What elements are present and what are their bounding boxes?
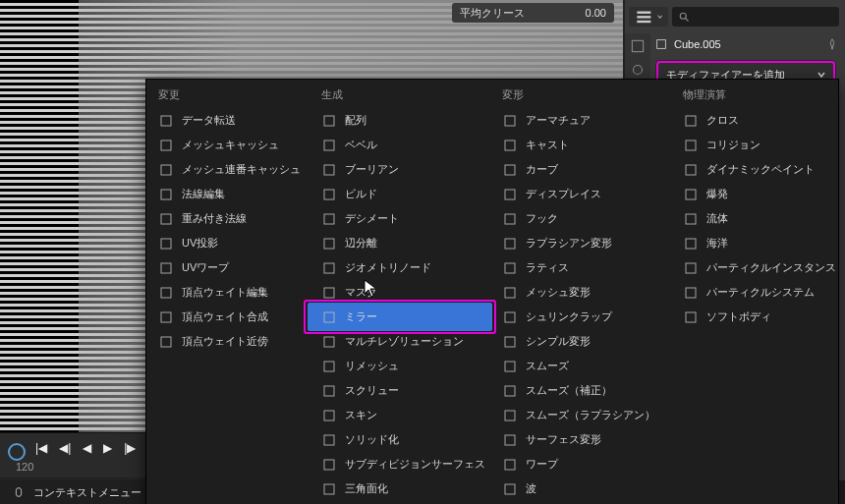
keyframe-next-button[interactable]: |▶ [124, 441, 136, 455]
menu-item[interactable]: 流体 [671, 206, 838, 231]
menu-item-label: 流体 [706, 211, 728, 226]
menu-item[interactable]: メッシュキャッシュ [146, 133, 310, 157]
menu-item[interactable]: UV投影 [146, 231, 310, 255]
modifier-icon [502, 162, 518, 178]
svg-rect-61 [686, 165, 696, 175]
menu-item[interactable]: ソリッド化 [310, 427, 490, 452]
menu-item[interactable]: 三角面化 [310, 476, 490, 501]
jump-start-button[interactable]: |◀ [35, 441, 47, 455]
menu-item[interactable]: ブーリアン [310, 157, 490, 182]
menu-item-label: ラティス [526, 260, 569, 275]
menu-item[interactable]: デシメート [310, 206, 490, 231]
menu-item-label: 辺分離 [345, 236, 377, 251]
menu-item-label: クロス [706, 113, 739, 128]
play-reverse-button[interactable]: ◀ [83, 441, 91, 455]
svg-rect-28 [324, 214, 334, 224]
pin-icon[interactable] [825, 37, 839, 51]
modifier-icon [502, 408, 518, 423]
modifier-icon [321, 481, 337, 497]
menu-item[interactable]: データ転送 [146, 108, 310, 133]
menu-item-label: ベベル [345, 138, 377, 152]
menu-item[interactable]: スクリュー [310, 378, 490, 403]
menu-item[interactable]: 法線編集 [146, 182, 310, 206]
menu-item-label: ジオメトリノード [345, 260, 431, 275]
search-input[interactable] [672, 7, 839, 27]
menu-item[interactable]: ビルド [310, 182, 490, 206]
menu-item-label: 爆発 [706, 187, 728, 201]
record-icon[interactable] [8, 443, 26, 461]
object-name: Cube.005 [674, 38, 721, 50]
keyframe-prev-button[interactable]: ◀| [59, 441, 71, 455]
menu-item-label: アーマチュア [526, 113, 591, 128]
svg-rect-43 [505, 116, 515, 126]
menu-item[interactable]: フック [490, 206, 671, 231]
menu-item[interactable]: ワープ [490, 452, 671, 476]
svg-rect-26 [324, 165, 334, 175]
menu-item[interactable]: ラティス [490, 255, 671, 280]
mean-crease-field[interactable]: 平均クリース 0.00 [452, 3, 614, 23]
panel-options-dropdown[interactable] [629, 7, 668, 27]
menu-item[interactable]: 頂点ウェイト合成 [146, 305, 310, 329]
menu-item-label: 頂点ウェイト近傍 [182, 334, 268, 349]
modifier-icon [683, 236, 699, 252]
menu-item[interactable]: 辺分離 [310, 231, 490, 255]
menu-item[interactable]: スムーズ（ラプラシアン） [490, 403, 671, 427]
menu-item[interactable]: サーフェス変形 [490, 427, 671, 452]
menu-item[interactable]: メッシュ連番キャッシュ [146, 157, 310, 182]
menu-item-label: ソフトボディ [706, 309, 771, 324]
menu-item[interactable]: マスク [310, 280, 490, 305]
menu-item[interactable]: キャスト [490, 133, 671, 157]
menu-item[interactable]: スムーズ（補正） [490, 378, 671, 403]
menu-col-generate: 生成 配列ベベルブーリアンビルドデシメート辺分離ジオメトリノードマスクミラーマル… [310, 80, 490, 504]
play-button[interactable]: ▶ [103, 441, 112, 455]
menu-item[interactable]: サブディビジョンサーフェス [310, 452, 490, 476]
menu-item-label: サブディビジョンサーフェス [345, 457, 485, 472]
modifier-icon [158, 236, 174, 252]
menu-item[interactable]: スムーズ [490, 354, 671, 378]
menu-item[interactable]: UVワープ [146, 255, 310, 280]
menu-item[interactable]: アーマチュア [490, 108, 671, 133]
menu-item-label: 海洋 [706, 236, 728, 251]
menu-item[interactable]: メッシュ変形 [490, 280, 671, 305]
menu-item[interactable]: ラプラシアン変形 [490, 231, 671, 255]
menu-item[interactable]: ジオメトリノード [310, 255, 490, 280]
menu-item[interactable]: リメッシュ [310, 354, 490, 378]
menu-item[interactable]: ソフトボディ [671, 305, 838, 329]
menu-item[interactable]: 配列 [310, 108, 490, 133]
menu-item[interactable]: ミラー [310, 305, 490, 329]
menu-item[interactable]: 頂点ウェイト編集 [146, 280, 310, 305]
menu-item[interactable]: ダイナミックペイント [671, 157, 838, 182]
chevron-down-icon [657, 13, 662, 21]
transport-controls: |◀ ◀| ◀ ▶ |▶ ▶| [35, 441, 160, 455]
svg-rect-34 [324, 362, 334, 371]
svg-rect-21 [161, 288, 171, 298]
menu-item[interactable]: クロス [671, 108, 838, 133]
menu-item[interactable]: 海洋 [671, 231, 838, 255]
modifier-icon [683, 285, 699, 301]
svg-rect-47 [505, 214, 515, 224]
menu-item[interactable]: スキン [310, 403, 490, 427]
menu-item[interactable]: ディスプレイス [490, 182, 671, 206]
menu-item-label: データ転送 [182, 113, 236, 128]
wrench-icon[interactable] [629, 61, 647, 79]
menu-item[interactable]: 頂点ウェイト近傍 [146, 329, 310, 354]
menu-item[interactable]: 波 [490, 476, 671, 501]
mean-crease-label: 平均クリース [460, 6, 525, 21]
menu-item[interactable]: パーティクルインスタンス [671, 255, 838, 280]
tool-icon[interactable] [629, 37, 647, 55]
mean-crease-value: 0.00 [586, 7, 606, 19]
menu-item-label: UVワープ [182, 260, 229, 275]
menu-item[interactable]: シンプル変形 [490, 329, 671, 354]
menu-item[interactable]: ベベル [310, 133, 490, 157]
menu-item[interactable]: カーブ [490, 157, 671, 182]
modifier-icon [502, 334, 518, 350]
menu-item[interactable]: パーティクルシステム [671, 280, 838, 305]
menu-item-label: シンプル変形 [526, 334, 591, 349]
menu-item[interactable]: 爆発 [671, 182, 838, 206]
menu-item-label: 法線編集 [182, 187, 225, 201]
menu-item[interactable]: マルチレゾリューション [310, 329, 490, 354]
menu-item[interactable]: コリジョン [671, 133, 838, 157]
menu-item[interactable]: 重み付き法線 [146, 206, 310, 231]
svg-rect-48 [505, 239, 515, 249]
menu-item[interactable]: シュリンクラップ [490, 305, 671, 329]
